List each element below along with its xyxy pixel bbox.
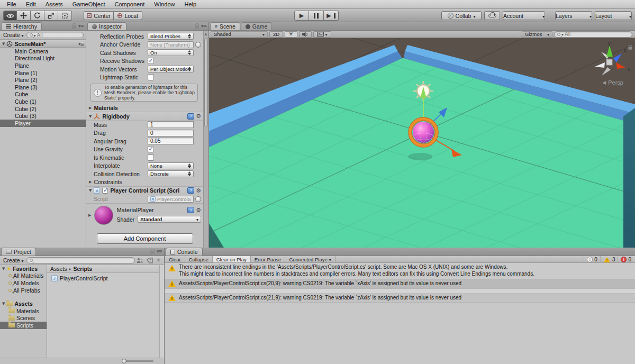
cast-shadows-dropdown[interactable]: On (148, 49, 194, 56)
file-playercontrolscript[interactable]: PlayerControlScript (47, 273, 159, 281)
scene-menu-icon[interactable]: ▾≡ (78, 41, 84, 47)
space-toggle-button[interactable]: Local (114, 11, 142, 20)
menu-component[interactable]: Component (110, 1, 149, 7)
clear-on-play-toggle[interactable]: Clear on Play (213, 256, 251, 262)
console-message-zaxis-warning[interactable]: Assets/Scripts/PlayerControlScript.cs(21… (165, 294, 635, 303)
project-create-button[interactable]: Create (2, 257, 25, 263)
hierarchy-item-plane-1[interactable]: Plane (1) (0, 69, 86, 77)
console-message-line-endings[interactable]: There are inconsistent line endings in t… (165, 263, 635, 279)
player-object[interactable] (409, 117, 438, 147)
play-button[interactable] (294, 11, 309, 21)
collision-detection-dropdown[interactable]: Discrete (148, 170, 194, 177)
hierarchy-item-cube-1[interactable]: Cube (1) (0, 98, 86, 105)
lock-icon[interactable] (72, 25, 76, 29)
layout-dropdown[interactable]: Layout (595, 11, 632, 20)
warning-count-toggle[interactable]: 3 (600, 256, 618, 263)
hierarchy-search-input[interactable]: All (26, 32, 84, 38)
error-pause-toggle[interactable]: Error Pause (251, 256, 286, 262)
tree-folder-scripts[interactable]: Scripts (0, 322, 47, 329)
tab-console[interactable]: Console (166, 248, 203, 256)
lightmap-static-checkbox[interactable] (148, 74, 154, 80)
tree-all-materials[interactable]: All Materials (0, 272, 47, 280)
info-count-toggle[interactable]: 0 (584, 256, 600, 263)
help-icon[interactable] (187, 207, 194, 213)
clear-button[interactable]: Clear (165, 256, 185, 262)
breadcrumb-scripts[interactable]: Scripts (74, 266, 93, 272)
angular-drag-input[interactable]: 0.05 (148, 138, 194, 144)
pivot-toggle-button[interactable]: Center (84, 11, 114, 20)
layers-dropdown[interactable]: Layers (555, 11, 592, 20)
menu-window[interactable]: Window (149, 1, 179, 7)
tree-folder-scenes[interactable]: Scenes (0, 315, 47, 322)
hierarchy-item-plane-2[interactable]: Plane (2) (0, 76, 86, 84)
hierarchy-item-directional-light[interactable]: Directional Light (0, 55, 86, 62)
scene-viewport[interactable]: y z x Persp (209, 38, 635, 248)
scroll-up-icon[interactable]: ▲ (205, 32, 207, 35)
thumbnail-zoom-slider[interactable] (123, 360, 153, 362)
rigidbody-header[interactable]: Rigidbody (86, 112, 203, 121)
lock-icon[interactable] (150, 251, 155, 254)
collapse-toggle[interactable]: Collapse (185, 256, 213, 262)
label-filter-icon[interactable] (147, 258, 153, 263)
gizmos-dropdown[interactable]: Gizmos (522, 31, 552, 38)
project-search-input[interactable] (26, 257, 135, 263)
hierarchy-item-cube-3[interactable]: Cube (3) (0, 112, 86, 120)
tree-assets[interactable]: Assets (0, 300, 47, 307)
materials-foldout[interactable]: Materials (86, 104, 203, 112)
shader-dropdown[interactable]: Standard (138, 216, 201, 223)
script-object-field[interactable]: PlayerControlS (148, 196, 194, 203)
receive-shadows-checkbox[interactable] (148, 58, 154, 64)
help-icon[interactable] (187, 187, 194, 194)
rect-tool-button[interactable] (58, 11, 72, 21)
step-button[interactable] (324, 11, 339, 21)
panel-menu-icon[interactable]: ▾≡ (201, 23, 206, 29)
hierarchy-item-main-camera[interactable]: Main Camera (0, 48, 86, 55)
gear-icon[interactable] (196, 188, 201, 194)
menu-assets[interactable]: Assets (41, 1, 68, 7)
menu-file[interactable]: File (2, 1, 21, 7)
constraints-foldout[interactable]: Constraints (86, 178, 203, 186)
project-scrollbar[interactable] (159, 265, 164, 358)
motion-vectors-dropdown[interactable]: Per Object Motion (148, 66, 194, 72)
hierarchy-item-cube-2[interactable]: Cube (2) (0, 105, 86, 113)
connected-player-dropdown[interactable]: Connected Playe (285, 256, 335, 262)
favorites-filter-icon[interactable] (156, 258, 161, 263)
hierarchy-create-button[interactable]: Create (2, 32, 25, 38)
collab-filter-icon[interactable] (137, 258, 143, 263)
use-gravity-checkbox[interactable] (148, 146, 154, 152)
menu-gameobject[interactable]: GameObject (68, 1, 110, 7)
tab-inspector[interactable]: Inspector (87, 22, 126, 30)
console-message-xaxis-warning[interactable]: Assets/Scripts/PlayerControlScript.cs(20… (165, 279, 635, 289)
player-control-script-header[interactable]: Player Control Script (Scri (86, 186, 203, 195)
scene-lighting-toggle[interactable] (285, 31, 297, 38)
scale-tool-button[interactable] (44, 11, 58, 21)
shading-mode-dropdown[interactable]: Shaded (211, 31, 268, 38)
tab-hierarchy[interactable]: Hierarchy (1, 22, 42, 30)
tree-all-models[interactable]: All Models (0, 279, 47, 287)
tree-folder-materials[interactable]: Materials (0, 307, 47, 315)
move-tool-button[interactable] (17, 11, 31, 21)
inspector-scrollbar[interactable]: ▲ (203, 31, 208, 248)
foldout-icon[interactable] (88, 213, 91, 225)
menu-help[interactable]: Help (179, 1, 201, 7)
scrollbar-thumb[interactable] (204, 38, 208, 127)
projection-toggle[interactable]: Persp (602, 79, 623, 86)
cloud-button[interactable] (484, 11, 500, 20)
hierarchy-item-cube[interactable]: Cube (0, 91, 86, 98)
tab-game[interactable]: Game (241, 22, 273, 30)
panel-menu-icon[interactable]: ▾≡ (78, 23, 84, 29)
reflection-probes-dropdown[interactable]: Blend Probes (148, 33, 194, 40)
scene-header-row[interactable]: SceneMain* ▾≡ (0, 40, 86, 48)
lock-icon[interactable] (195, 25, 199, 29)
error-count-toggle[interactable]: 0 (618, 256, 634, 263)
tree-all-prefabs[interactable]: All Prefabs (0, 287, 47, 294)
pause-button[interactable] (309, 11, 324, 21)
orientation-gizmo[interactable]: y z x (586, 42, 632, 79)
slider-knob[interactable] (122, 359, 126, 363)
gear-icon[interactable] (196, 207, 201, 213)
add-component-button[interactable]: Add Component (97, 233, 193, 244)
tab-project[interactable]: Project (1, 248, 36, 256)
view-tool-button[interactable] (3, 11, 17, 21)
mass-input[interactable]: 1 (148, 121, 194, 128)
foldout-icon[interactable] (2, 42, 5, 46)
